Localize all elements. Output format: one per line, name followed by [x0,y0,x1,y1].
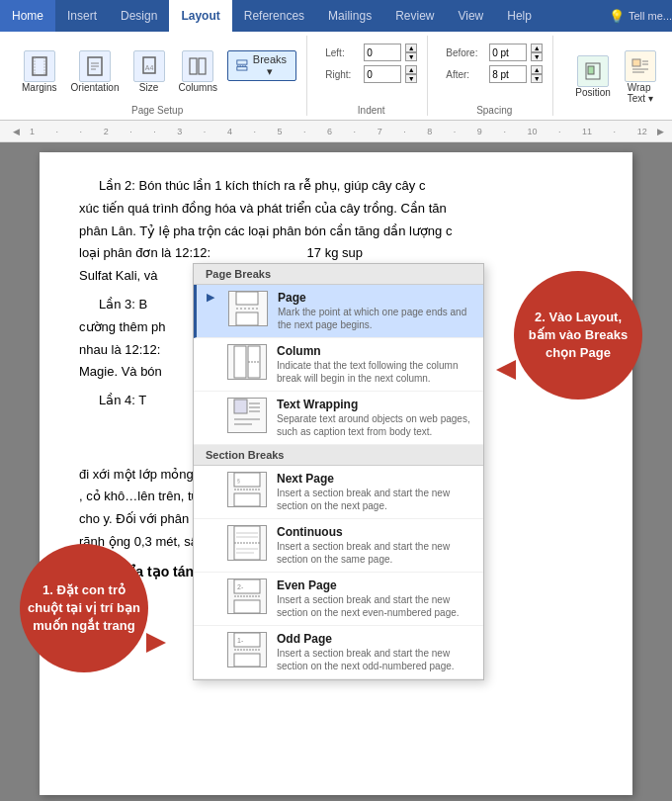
evenpage-break-title: Even Page [277,578,473,592]
breaks-button[interactable]: Breaks ▾ [227,50,296,81]
position-label: Position [575,87,611,98]
ribbon-body: Margins Orientation A4 Size [0,32,672,121]
continuous-break-desc: Insert a section break and start the new… [277,540,473,566]
tab-design[interactable]: Design [109,0,169,32]
textwrap-break-text: Text Wrapping Separate text around objec… [277,398,473,438]
textwrap-break-desc: Separate text around objects on web page… [277,412,473,438]
oddpage-break-icon: 1- [227,632,267,668]
column-break-desc: Indicate that the text following the col… [277,359,473,385]
size-button[interactable]: A4 Size [129,48,169,95]
callout-bubble-1: 1. Đặt con trỏ chuột tại vị trí bạn muốn… [20,544,148,672]
tell-me[interactable]: Tell me... [629,10,672,22]
spacing-after-input[interactable] [489,65,527,83]
doc-line-4: loại phân đơn là 12:12: 17 kg sup [79,243,593,264]
column-break-title: Column [277,344,473,358]
page-setup-label: Page Setup [131,103,183,116]
tab-layout[interactable]: Layout [169,0,231,32]
spacing-before-down[interactable]: ▼ [531,52,543,61]
margins-icon [24,50,55,82]
group-indent: Left: ▲ ▼ Right: ▲ ▼ Indent [315,36,428,116]
evenpage-break-desc: Insert a section break and start the new… [277,593,473,619]
ribbon-right: 💡 Tell me... [609,0,672,32]
indent-right-spinners: ▲ ▼ [405,65,417,83]
svg-rect-23 [236,312,258,325]
ruler: ◀ 1··2··3·4·5·6·7·8·9·10·11·12 ▶ [0,121,672,142]
tab-insert[interactable]: Insert [55,0,109,32]
indent-right-up[interactable]: ▲ [405,65,417,74]
continuous-break-text: Continuous Insert a section break and st… [277,525,473,566]
position-button[interactable]: Position [571,53,615,100]
tab-references[interactable]: References [232,0,316,32]
breaks-evenpage-item[interactable]: 2- Even Page Insert a section break and … [194,573,483,626]
size-label: Size [139,82,158,93]
textwrap-break-title: Text Wrapping [277,398,473,411]
spacing-label: Spacing [476,103,512,116]
spacing-after-down[interactable]: ▼ [531,74,543,83]
svg-text:§: § [237,478,240,484]
columns-button[interactable]: Columns [175,48,221,95]
svg-rect-16 [632,59,640,66]
tab-home[interactable]: Home [0,0,55,32]
svg-text:2-: 2- [237,583,244,590]
breaks-textwrap-item[interactable]: Text Wrapping Separate text around objec… [194,392,483,445]
textwrap-break-icon [227,398,267,433]
tab-view[interactable]: View [446,0,495,32]
doc-line-2: xúc tiến quá trình đồng hóa và phát triể… [79,199,593,220]
svg-rect-13 [237,67,247,70]
svg-rect-15 [588,66,594,74]
spacing-after-row: After: ▲ ▼ [446,65,543,83]
callout-bubble-2: 2. Vào Layout, bấm vào Breaks chọn Page [514,271,642,400]
indent-left-down[interactable]: ▼ [405,52,417,61]
indent-right-input[interactable] [364,65,401,83]
svg-rect-46 [234,600,260,613]
group-page-setup: Margins Orientation A4 Size [8,36,307,116]
margins-button[interactable]: Margins [18,48,61,95]
section-breaks-header: Section Breaks [194,445,483,466]
wrap-text-icon [625,50,656,82]
svg-rect-11 [237,60,247,64]
breaks-nextpage-item[interactable]: § Next Page Insert a section break and s… [194,466,483,519]
indent-left-input[interactable] [364,44,401,61]
continuous-break-icon [227,525,267,561]
breaks-continuous-item[interactable]: Continuous Insert a section break and st… [194,519,483,573]
breaks-column-item[interactable]: Column Indicate that the text following … [194,338,483,392]
breaks-page-item[interactable]: ▶ Page Mark the point at which one page … [194,285,483,338]
tab-mailings[interactable]: Mailings [316,0,383,32]
wrap-text-button[interactable]: WrapText ▾ [621,48,660,106]
tab-help[interactable]: Help [495,0,544,32]
margins-label: Margins [22,82,57,93]
breaks-oddpage-item[interactable]: 1- Odd Page Insert a section break and s… [194,626,483,679]
spacing-before-up[interactable]: ▲ [531,44,543,52]
svg-rect-50 [234,654,260,667]
indent-right-down[interactable]: ▼ [405,74,417,83]
page-break-text: Page Mark the point at which one page en… [278,291,473,331]
column-break-text: Column Indicate that the text following … [277,344,473,385]
orientation-label: Orientation [71,82,120,93]
orientation-button[interactable]: Orientation [67,48,124,95]
indent-left-row: Left: ▲ ▼ [325,44,417,61]
breaks-group: Breaks ▾ [227,43,296,101]
page-break-icon [228,291,268,326]
group-page-setup-content: Margins Orientation A4 Size [18,36,296,103]
svg-rect-35 [234,493,260,506]
nextpage-break-title: Next Page [277,472,473,486]
page-breaks-header: Page Breaks [194,264,483,285]
spacing-before-input[interactable] [489,44,527,61]
page-break-desc: Mark the point at which one page ends an… [278,306,473,331]
callout-1-text: 1. Đặt con trỏ chuột tại vị trí bạn muốn… [20,574,148,644]
wrap-text-label: WrapText ▾ [628,82,653,104]
spacing-before-row: Before: ▲ ▼ [446,44,543,61]
oddpage-break-text: Odd Page Insert a section break and star… [277,632,473,672]
spacing-before-label: Before: [446,47,485,58]
spacing-after-up[interactable]: ▲ [531,65,543,74]
svg-rect-9 [190,58,197,74]
nextpage-break-text: Next Page Insert a section break and sta… [277,472,473,512]
doc-area: Lần 2: Bón thúc lần 1 kích thích ra rễ p… [0,142,672,801]
position-icon [577,55,609,87]
group-position: Position WrapText ▾ [561,36,670,116]
indent-right-row: Right: ▲ ▼ [325,65,417,83]
indent-left-spinners: ▲ ▼ [405,44,417,61]
column-break-icon [227,344,267,380]
tab-review[interactable]: Review [383,0,446,32]
indent-left-up[interactable]: ▲ [405,44,417,52]
